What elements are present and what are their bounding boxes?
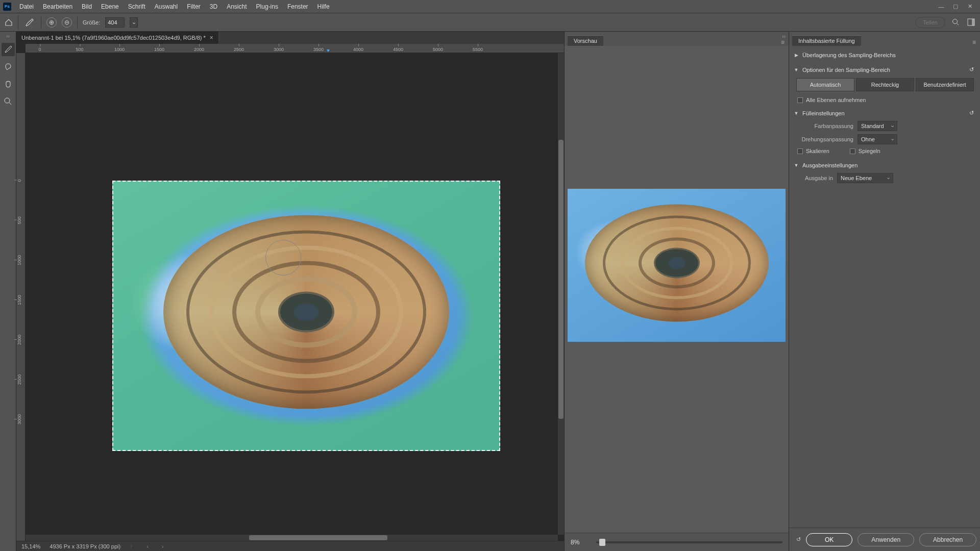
menu-3d[interactable]: 3D — [206, 1, 222, 12]
scrollbar-horizontal[interactable] — [26, 535, 558, 541]
ruler-tick: 0 — [38, 47, 41, 52]
reset-icon[interactable]: ↺ — [969, 66, 974, 73]
ruler-tick: 1500 — [17, 295, 22, 305]
preview-zoom-slider[interactable] — [596, 541, 782, 543]
menu-schrift[interactable]: Schrift — [124, 1, 150, 12]
document-image — [112, 181, 500, 451]
menu-ansicht[interactable]: Ansicht — [223, 1, 251, 12]
sampling-brush-icon — [23, 16, 36, 29]
lasso-tool[interactable] — [2, 60, 15, 73]
section-fill-settings[interactable]: ▼ Fülleinstellungen ↺ — [793, 107, 974, 119]
settings-panel: Inhaltsbasierte Füllung ≡ ▶ Überlagerung… — [789, 32, 980, 551]
section-sampling-overlay[interactable]: ▶ Überlagerung des Sampling-Bereichs — [793, 49, 974, 61]
document-tab-label: Unbenannt-1 bei 15,1% (7a9f1960ae00dd9fc… — [21, 35, 206, 41]
color-adapt-label: Farbanpassung — [797, 123, 853, 129]
ruler-tick: 1500 — [154, 47, 164, 52]
panel-menu-icon[interactable]: ≡ — [972, 39, 976, 46]
close-button[interactable]: ✕ — [965, 3, 975, 10]
ruler-horizontal: 0 500 1000 1500 2000 2500 3000 3500 4000… — [26, 44, 564, 53]
canvas[interactable] — [26, 53, 564, 541]
settings-tab[interactable]: Inhaltsbasierte Füllung — [792, 35, 861, 46]
ruler-tick: 5000 — [433, 47, 443, 52]
workspace-icon[interactable] — [966, 17, 976, 28]
menu-plugins[interactable]: Plug-ins — [252, 1, 282, 12]
ruler-tick: 1000 — [17, 255, 22, 265]
all-layers-label: Alle Ebenen aufnehmen — [806, 97, 866, 103]
hand-tool[interactable] — [2, 78, 15, 91]
all-layers-checkbox[interactable] — [797, 97, 803, 103]
toolbar: ›› — [0, 32, 16, 551]
preview-zoom-value: 8% — [571, 539, 591, 546]
zoom-tool[interactable] — [2, 95, 15, 108]
status-next-icon[interactable]: › — [160, 543, 166, 549]
section-output-settings[interactable]: ▼ Ausgabeeinstellungen — [793, 159, 974, 171]
section-sampling-options[interactable]: ▼ Optionen für den Sampling-Bereich ↺ — [793, 63, 974, 76]
ruler-tick: 2000 — [194, 47, 204, 52]
ruler-tick: 3000 — [17, 414, 22, 424]
sampling-mode-segment: Automatisch Rechteckig Benutzerdefiniert — [796, 78, 974, 91]
chevron-right-icon: ▶ — [793, 53, 799, 58]
ruler-tick: 4000 — [353, 47, 363, 52]
size-label: Größe: — [83, 19, 100, 26]
svg-point-0 — [952, 19, 957, 24]
menu-filter[interactable]: Filter — [183, 1, 205, 12]
panel-menu-icon[interactable]: ≡ — [781, 39, 785, 46]
document-tab[interactable]: Unbenannt-1 bei 15,1% (7a9f1960ae00dd9fc… — [16, 32, 219, 44]
rotation-adapt-dropdown[interactable]: Ohne — [857, 134, 897, 144]
menu-bild[interactable]: Bild — [78, 1, 96, 12]
app-icon: Ps — [3, 3, 11, 11]
chevron-down-icon: ▼ — [793, 67, 799, 72]
preview-tab[interactable]: Vorschau — [568, 35, 603, 46]
ruler-tick: 2500 — [234, 47, 244, 52]
document-tabs: Unbenannt-1 bei 15,1% (7a9f1960ae00dd9fc… — [16, 32, 564, 44]
search-icon[interactable] — [950, 17, 961, 28]
section-label: Fülleinstellungen — [802, 110, 845, 116]
share-button[interactable]: Teilen — [915, 17, 945, 28]
scrollbar-vertical[interactable] — [558, 53, 564, 535]
preview-panel: ›› Vorschau ≡ 8% — [564, 32, 789, 551]
size-input[interactable] — [105, 17, 125, 28]
options-bar: ⊕ ⊖ Größe: ⌄ Teilen — [0, 13, 980, 32]
size-dropdown[interactable]: ⌄ — [130, 17, 138, 28]
ruler-vertical: 0 500 1000 1500 2000 2500 3000 — [16, 53, 26, 541]
brush-cursor-icon — [265, 240, 301, 276]
minimize-button[interactable]: — — [936, 3, 946, 10]
reset-all-icon[interactable]: ↺ — [796, 534, 801, 545]
menu-datei[interactable]: Datei — [15, 1, 38, 12]
output-label: Ausgabe in — [797, 175, 833, 181]
ruler-tick: 0 — [17, 179, 22, 182]
preview-image — [568, 189, 786, 342]
brush-subtract-button[interactable]: ⊖ — [62, 17, 72, 28]
canvas-area: Unbenannt-1 bei 15,1% (7a9f1960ae00dd9fc… — [16, 32, 564, 551]
ok-button[interactable]: OK — [806, 533, 852, 546]
svg-line-5 — [9, 103, 11, 105]
apply-button[interactable]: Anwenden — [857, 533, 914, 546]
color-adapt-dropdown[interactable]: Standard — [857, 121, 897, 131]
panel-collapse-icon[interactable]: ›› — [782, 34, 786, 39]
status-prev-icon[interactable]: ‹ — [144, 543, 151, 549]
scale-checkbox[interactable] — [797, 148, 803, 154]
seg-auto[interactable]: Automatisch — [796, 78, 854, 91]
maximize-button[interactable]: ▢ — [950, 3, 961, 10]
window-controls: — ▢ ✕ — [936, 3, 977, 10]
reset-icon[interactable]: ↺ — [969, 110, 974, 116]
chevron-down-icon: ▼ — [793, 111, 799, 116]
menu-hilfe[interactable]: Hilfe — [313, 1, 334, 12]
sampling-brush-tool[interactable] — [2, 43, 15, 56]
seg-custom[interactable]: Benutzerdefiniert — [916, 78, 974, 91]
svg-rect-3 — [972, 19, 974, 26]
tab-close-icon[interactable]: × — [210, 34, 213, 41]
menu-auswahl[interactable]: Auswahl — [151, 1, 182, 12]
menubar: Ps Datei Bearbeiten Bild Ebene Schrift A… — [0, 0, 980, 13]
cancel-button[interactable]: Abbrechen — [919, 533, 976, 546]
seg-rect[interactable]: Rechteckig — [856, 78, 914, 91]
brush-add-button[interactable]: ⊕ — [46, 17, 57, 28]
ruler-tick: 500 — [76, 47, 83, 52]
menu-bearbeiten[interactable]: Bearbeiten — [39, 1, 77, 12]
slider-handle[interactable] — [599, 539, 605, 546]
mirror-checkbox[interactable] — [850, 148, 855, 154]
output-dropdown[interactable]: Neue Ebene — [837, 173, 893, 183]
menu-fenster[interactable]: Fenster — [283, 1, 312, 12]
home-button[interactable] — [4, 15, 18, 30]
menu-ebene[interactable]: Ebene — [97, 1, 123, 12]
